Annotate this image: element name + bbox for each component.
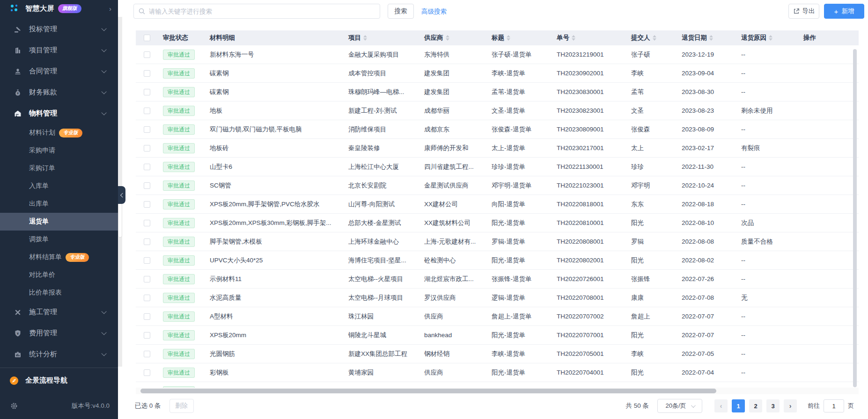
column-header-3[interactable]: 供应商 [419,30,487,45]
supplier-cell: 供应商 [419,363,487,382]
date-cell: 2023-08-30 [677,83,736,101]
sidebar-subitem-3[interactable]: 入库单 [0,177,118,195]
column-header-label: 供应商 [424,34,443,42]
row-checkbox[interactable] [144,108,150,114]
sidebar-scrollbar-thumb[interactable] [118,203,122,237]
sort-icon[interactable] [363,35,367,41]
search-input[interactable] [133,4,380,19]
table-row-6: 审批通过山型卡6上海松江中心大厦四川省建筑工程...珍珍-退货单TH202211… [136,158,859,176]
table-row-2: 审批通过碳素钢珠穆朗玛峰—电梯...建发集团孟苇-退货单TH2023083000… [136,83,859,101]
goto-page-input[interactable] [824,399,844,412]
sidebar-subitem-0[interactable]: 材料计划专业版 [0,124,118,142]
sidebar-subitem-4[interactable]: 出库单 [0,195,118,213]
status-cell: 审批通过 [158,195,205,213]
column-header-2[interactable]: 项目 [344,30,419,45]
prev-page-button[interactable]: ‹ [714,399,728,412]
gavel-icon [14,26,22,33]
sidebar-item-4[interactable]: 物料管理 [0,103,118,124]
column-header-8[interactable]: 退货原因 [736,30,799,45]
flagship-badge: 旗舰版 [58,4,81,13]
row-checkbox[interactable] [144,220,150,226]
gear-icon[interactable] [10,402,18,410]
row-checkbox[interactable] [144,164,150,170]
date-cell: 2023-02-17 [677,139,736,157]
search-button[interactable]: 搜索 [388,4,414,19]
page-button-3[interactable]: 3 [766,399,780,412]
add-button[interactable]: + 新增 [824,4,864,19]
sidebar-subitem-6[interactable]: 调拨单 [0,231,118,248]
row-checkbox[interactable] [144,369,150,376]
sidebar-subitem-8[interactable]: 对比单价 [0,266,118,284]
row-checkbox[interactable] [144,51,150,58]
sidebar-subitem-5[interactable]: 退货单 [0,213,118,231]
advanced-search-link[interactable]: 高级搜索 [421,0,447,23]
chevron-down-icon [101,330,106,335]
sidebar-collapse-handle[interactable] [118,186,125,204]
sidebar-item-7[interactable]: 统计分析 [0,344,118,365]
row-checkbox-cell [136,101,158,120]
export-button[interactable]: 导出 [788,4,819,19]
row-checkbox[interactable] [144,351,150,357]
delete-button[interactable]: 删除 [169,399,194,413]
column-header-4[interactable]: 标题 [487,30,552,45]
sidebar-subitem-1[interactable]: 采购申请 [0,142,118,159]
sidebar-item-6[interactable]: ¥费用管理 [0,323,118,344]
row-checkbox-cell [136,64,158,82]
sidebar-item-3[interactable]: ¥财务账款 [0,82,118,103]
footer-bar: 已选 0 条 删除 共 50 条 20条/页 ‹ 123 › 前往 页 [123,395,868,417]
sidebar-subitem-9[interactable]: 比价单报表 [0,284,118,302]
row-checkbox[interactable] [144,295,150,301]
sort-icon[interactable] [446,35,449,41]
status-badge: 审批通过 [163,143,195,153]
sort-icon[interactable] [769,35,772,41]
row-checkbox[interactable] [144,313,150,320]
actions-cell [799,195,859,213]
row-checkbox[interactable] [144,257,150,264]
actions-cell [799,214,859,232]
next-page-button[interactable]: › [784,399,797,412]
row-checkbox[interactable] [144,182,150,189]
column-header-label: 材料明细 [210,34,235,42]
project-cell: 太空电梯--火星项目 [344,270,419,288]
row-checkbox[interactable] [144,126,150,133]
sidebar-subitem-7[interactable]: 材料结算单专业版 [0,248,118,266]
sort-icon[interactable] [709,35,713,41]
row-checkbox-cell [136,158,158,176]
table-vertical-scrollbar[interactable] [853,49,857,387]
actions-cell [799,176,859,195]
sidebar-item-panorama[interactable]: 全景流程导航 [0,368,118,393]
row-checkbox[interactable] [144,238,150,245]
sidebar-item-1[interactable]: 项目管理 [0,40,118,61]
sort-icon[interactable] [572,35,575,41]
actions-cell [799,251,859,269]
table-row-10: 审批通过脚手架钢管,木模板上海环球金融中心上海-元歌建材有...罗辑-退货单TH… [136,232,859,251]
row-checkbox-cell [136,363,158,382]
submitter-cell: 詹超上 [626,307,677,325]
actions-cell [799,326,859,344]
sidebar-subitem-2[interactable]: 采购订单 [0,159,118,177]
table-row-13: 审批通过水泥高质量太空电梯--月球项目罗汉供应商逻辑-退货单TH20220708… [136,289,859,307]
column-header-6[interactable]: 提交人 [626,30,677,45]
table-horizontal-scrollbar[interactable] [140,389,716,393]
row-checkbox[interactable] [144,276,150,282]
submitter-cell: 李峡 [626,345,677,363]
materials-icon [14,110,22,117]
page-size-select[interactable]: 20条/页 [657,399,702,413]
column-header-7[interactable]: 退货日期 [677,30,736,45]
select-all-checkbox[interactable] [144,35,150,41]
sort-icon[interactable] [653,35,656,41]
page-button-2[interactable]: 2 [749,399,762,412]
page-button-1[interactable]: 1 [732,399,745,412]
sort-icon[interactable] [507,35,510,41]
row-checkbox[interactable] [144,89,150,95]
row-checkbox[interactable] [144,70,150,77]
row-checkbox[interactable] [144,145,150,152]
column-header-5[interactable]: 单号 [552,30,626,45]
row-checkbox[interactable] [144,332,150,339]
row-checkbox[interactable] [144,201,150,208]
sidebar-item-5[interactable]: 施工管理 [0,302,118,323]
sidebar-item-0[interactable]: 投标管理 [0,19,118,40]
logo-row[interactable]: 智慧大屏 旗舰版 › [0,0,118,17]
sidebar-item-2[interactable]: 合同管理 [0,61,118,82]
status-badge: 审批通过 [163,330,195,340]
